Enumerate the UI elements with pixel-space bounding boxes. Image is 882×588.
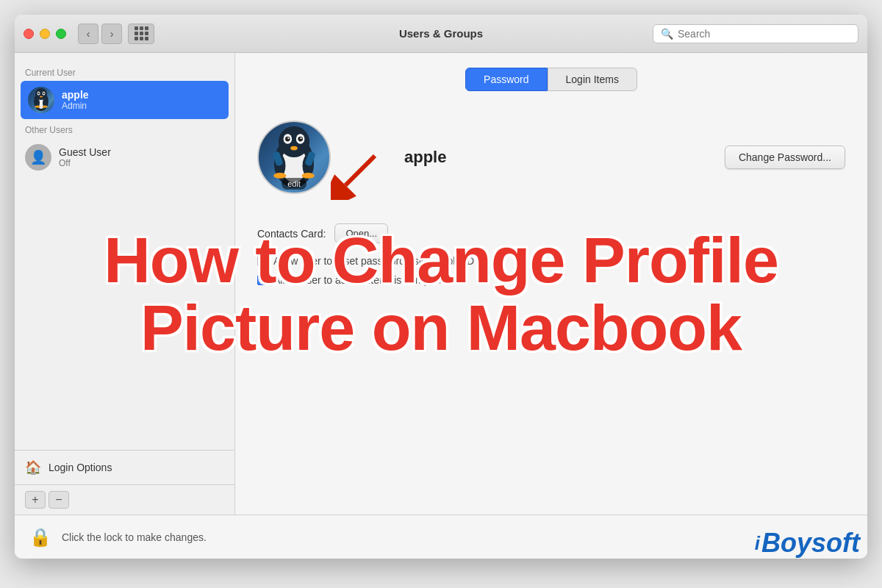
back-button[interactable]: ‹ <box>78 24 98 44</box>
guest-username: Guest User <box>59 146 111 158</box>
checkbox-reset-label: Allow user to reset password using Apple… <box>273 255 474 267</box>
svg-line-29 <box>345 156 375 185</box>
iboysoft-brand-text: Boysoft <box>761 528 860 559</box>
penguin-icon <box>28 87 54 113</box>
sidebar-bottom: 🏠 Login Options + − <box>15 450 234 514</box>
svg-point-7 <box>40 96 43 98</box>
sidebar-controls: + − <box>15 484 234 514</box>
main-panel: Password Login Items <box>235 53 867 514</box>
remove-user-button[interactable]: − <box>49 491 69 509</box>
contacts-card-label: Contacts Card: <box>257 228 326 240</box>
nav-buttons: ‹ › <box>78 24 122 44</box>
guest-user-info: Guest User Off <box>59 146 111 168</box>
window-title: Users & Groups <box>399 27 483 40</box>
svg-point-24 <box>273 173 286 179</box>
change-password-button[interactable]: Change Password... <box>725 146 845 169</box>
svg-point-6 <box>43 93 44 94</box>
edit-label[interactable]: edit <box>282 178 306 190</box>
grid-icon <box>135 26 148 40</box>
iboysoft-i-letter: i <box>755 532 760 555</box>
apple-username: apple <box>62 89 89 101</box>
current-user-label: Current User <box>15 62 234 81</box>
arrow-indicator <box>331 141 390 203</box>
user-profile-row: edit apple Change Passwor <box>257 112 845 203</box>
checkbox-reset-password[interactable]: Allow user to reset password using Apple… <box>257 255 845 267</box>
maximize-button[interactable] <box>56 29 66 39</box>
traffic-lights <box>24 29 66 39</box>
bottom-bar: 🔒 Click the lock to make changes. <box>15 514 867 559</box>
main-window: ‹ › Users & Groups 🔍 Current User <box>15 15 867 559</box>
sidebar-item-guest[interactable]: 👤 Guest User Off <box>15 138 234 176</box>
forward-button[interactable]: › <box>101 24 122 44</box>
svg-point-21 <box>290 146 298 151</box>
checkbox-administer[interactable]: ✓ Allow user to administer this computer <box>257 274 845 286</box>
svg-point-20 <box>300 137 301 139</box>
svg-point-2 <box>35 88 47 100</box>
other-users-label: Other Users <box>15 119 234 138</box>
tab-login-items[interactable]: Login Items <box>548 68 637 91</box>
red-arrow-icon <box>331 141 390 200</box>
login-options-item[interactable]: 🏠 Login Options <box>15 451 234 484</box>
tab-bar: Password Login Items <box>257 68 845 91</box>
sidebar-item-apple[interactable]: apple Admin <box>21 81 229 119</box>
content-area: Current User <box>15 53 867 514</box>
checkbox-administer-input[interactable]: ✓ <box>257 275 268 285</box>
tab-password[interactable]: Password <box>465 68 547 91</box>
avatar-guest: 👤 <box>25 144 51 171</box>
svg-point-14 <box>279 126 309 157</box>
apple-user-info: apple Admin <box>62 89 89 111</box>
minimize-button[interactable] <box>40 29 50 39</box>
svg-point-17 <box>285 137 290 142</box>
open-contacts-button[interactable]: Open... <box>334 223 388 243</box>
login-options-label: Login Options <box>49 462 112 473</box>
svg-point-25 <box>302 173 315 179</box>
checkbox-reset-input[interactable] <box>257 256 268 266</box>
close-button[interactable] <box>24 29 34 39</box>
svg-point-11 <box>43 106 48 108</box>
svg-point-18 <box>298 137 303 142</box>
contacts-card-row: Contacts Card: Open... <box>257 223 845 243</box>
avatar-apple <box>28 87 54 113</box>
checkbox-administer-label: Allow user to administer this computer <box>273 274 448 286</box>
titlebar: ‹ › Users & Groups 🔍 <box>15 15 867 53</box>
house-icon: 🏠 <box>25 459 41 476</box>
lock-label: Click the lock to make changes. <box>62 531 207 543</box>
apple-role: Admin <box>62 101 89 111</box>
search-input[interactable] <box>678 28 850 40</box>
add-user-button[interactable]: + <box>25 491 46 509</box>
guest-status: Off <box>59 158 111 168</box>
svg-point-19 <box>287 137 289 139</box>
profile-username: apple <box>404 148 446 167</box>
search-icon: 🔍 <box>661 28 673 40</box>
sidebar: Current User <box>15 53 235 514</box>
grid-button[interactable] <box>128 24 154 44</box>
profile-avatar-wrap[interactable]: edit <box>257 121 331 194</box>
svg-point-5 <box>37 93 39 94</box>
lock-icon[interactable]: 🔒 <box>29 527 51 548</box>
iboysoft-logo: i Boysoft <box>755 528 860 559</box>
svg-point-10 <box>35 106 40 108</box>
search-bar[interactable]: 🔍 <box>653 24 858 43</box>
